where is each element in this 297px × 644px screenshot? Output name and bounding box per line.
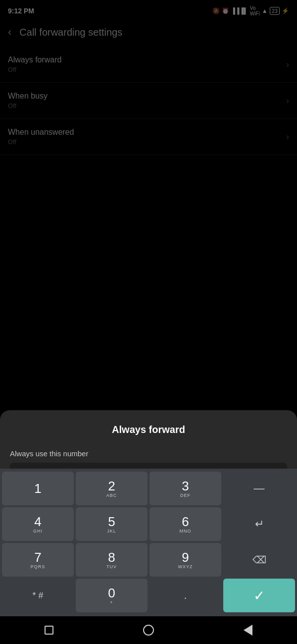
key-8[interactable]: 8 TUV: [76, 543, 148, 577]
key-9[interactable]: 9 WXYZ: [149, 543, 221, 577]
keyboard-row-4: * # 0 + . ✓: [2, 579, 295, 612]
key-4[interactable]: 4 GHI: [2, 507, 74, 541]
nav-home-button[interactable]: [143, 625, 154, 636]
keyboard-row-3: 7 PQRS 8 TUV 9 WXYZ ⌫: [2, 543, 295, 577]
key-2[interactable]: 2 ABC: [76, 472, 148, 505]
key-0[interactable]: 0 +: [76, 579, 148, 612]
key-6[interactable]: 6 MNO: [149, 507, 221, 541]
key-dot[interactable]: .: [149, 579, 221, 612]
key-7[interactable]: 7 PQRS: [2, 543, 74, 577]
nav-back-button[interactable]: [244, 625, 252, 636]
key-dash[interactable]: —: [223, 472, 295, 505]
modal-label: Always use this number: [10, 449, 287, 458]
key-star-hash[interactable]: * #: [2, 579, 74, 612]
keyboard-row-1: 1 2 ABC 3 DEF —: [2, 472, 295, 505]
key-5[interactable]: 5 JKL: [76, 507, 148, 541]
key-return[interactable]: ↵: [223, 507, 295, 541]
navigation-bar: [0, 616, 297, 644]
keyboard-row-2: 4 GHI 5 JKL 6 MNO ↵: [2, 507, 295, 541]
key-3[interactable]: 3 DEF: [149, 472, 221, 505]
nav-recent-apps-button[interactable]: [45, 626, 53, 635]
dialpad-keyboard: 1 2 ABC 3 DEF — 4 GHI 5 JKL 6 MNO ↵: [0, 469, 297, 616]
key-backspace[interactable]: ⌫: [223, 543, 295, 577]
modal-title: Always forward: [10, 424, 287, 435]
key-1[interactable]: 1: [2, 472, 74, 505]
key-confirm[interactable]: ✓: [223, 579, 295, 612]
